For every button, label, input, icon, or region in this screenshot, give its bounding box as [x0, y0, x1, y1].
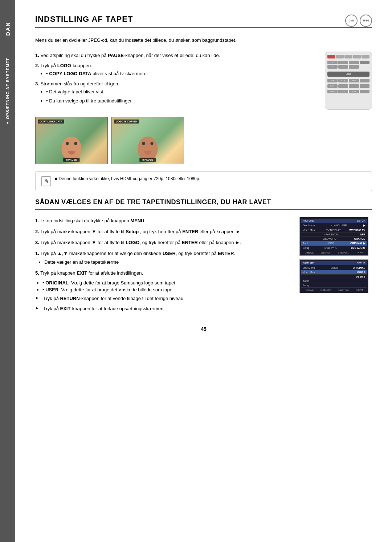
menu-screenshot-1: PICTURE SETUP Disc Menu · LANGUAGE ▶ Vid…	[299, 217, 368, 256]
menu-screenshots: PICTURE SETUP Disc Menu · LANGUAGE ▶ Vid…	[299, 217, 372, 293]
menu2-row-user2: USER 2	[301, 275, 367, 279]
menu1-header-left: PICTURE	[303, 219, 314, 222]
logo-copied-pause: II PAUSE	[139, 158, 156, 162]
menu2-row-logo: Disc Menu · LOGO ORIGINAL	[301, 266, 367, 270]
arrow-step2: Tryk på EXIT-knappen for at forlade opsæ…	[35, 305, 292, 313]
menu1-row-dvdtype: Setup · DVD TYPE DVD AUDIO	[301, 246, 367, 250]
dvd-jpeg-icons: DVD JPEG	[345, 15, 372, 27]
logo-copied-label: LOGO IS COPIED	[114, 120, 139, 124]
step3: 3. Strømmen slås fra og derefter til ige…	[35, 80, 256, 105]
menu2-row-setup: Setup	[301, 283, 367, 288]
remote-and-display: 1 2 3 4 5 6 LOGO SLIM ZOOM INFO	[263, 52, 372, 110]
menu1-row-language: Disc Menu · LANGUAGE ▶	[301, 223, 367, 228]
main-content: DVD JPEG INDSTILLING AF TAPET Mens du se…	[15, 0, 392, 542]
menu2-row-logo1: Video Menu LOGO 1	[301, 270, 367, 275]
side-label-dan: DAN	[5, 22, 11, 36]
note-icon: ✎	[41, 176, 51, 186]
step1: 1. Ved afspilning skal du trykke på PAUS…	[35, 52, 256, 60]
step2-2: 2. Tryk på markørknappen ▼ for at flytte…	[35, 228, 292, 236]
screenshot-row: COPY LOGO DATA II PAUSE LOGO IS COPIED I…	[35, 117, 372, 164]
menu2-header-left: PICTURE	[303, 262, 314, 264]
menu2-row-audio: Audio	[301, 279, 367, 283]
copy-logo-pause: II PAUSE	[63, 158, 79, 162]
menu1-footer: ☉ MOVE ⊡ ENTER ⊙ RETURN □ EXIT	[301, 251, 367, 254]
note-text: ■ Denne funktion virker ikke, hvis HDMI-…	[55, 176, 200, 181]
side-label-ops: ● OPSÆTNING AF SYSTEMET	[5, 58, 10, 125]
page-number: 45	[35, 326, 372, 332]
page-container: DAN ● OPSÆTNING AF SYSTEMET DVD JPEG IND…	[0, 0, 392, 542]
side-tab: DAN ● OPSÆTNING AF SYSTEMET	[0, 0, 15, 542]
step2-4: 1. Tryk på ▲,▼ markørknapperne for at væ…	[35, 250, 292, 266]
section2-title: SÅDAN VÆLGES EN AF DE TRE TAPETINDSTILLI…	[35, 198, 372, 210]
menu2-header: PICTURE SETUP	[301, 261, 367, 265]
step2-5: 5. Tryk på knappen EXIT for at afslutte …	[35, 269, 292, 277]
steps-left: 1. Ved afspilning skal du trykke på PAUS…	[35, 52, 256, 108]
dvd-icon: DVD	[345, 15, 358, 27]
screenshot-logo-copied: LOGO IS COPIED II PAUSE	[111, 117, 184, 164]
menu1-row-tvdisplay: Video Menu · TV DISPLAY WRES169 TV	[301, 228, 367, 232]
menu-screenshot-2: PICTURE SETUP Disc Menu · LOGO ORIGINAL …	[299, 259, 368, 293]
screenshot-copy-logo: COPY LOGO DATA II PAUSE	[35, 117, 108, 164]
copy-logo-label: COPY LOGO DATA	[38, 120, 64, 124]
steps-section: 1. I stop-indstilling skal du trykke på …	[35, 217, 372, 315]
step2-1: 1. I stop-indstilling skal du trykke på …	[35, 217, 292, 225]
steps-text: 1. I stop-indstilling skal du trykke på …	[35, 217, 292, 315]
arrow-step1: Tryk på RETURN-knappen for at vende tilb…	[35, 295, 292, 303]
menu1-row-password: · PASSWORD CHANGE	[301, 237, 367, 241]
jpeg-icon: JPEG	[360, 15, 372, 27]
remote-image: 1 2 3 4 5 6 LOGO SLIM ZOOM INFO	[325, 52, 372, 110]
note-box: ✎ ■ Denne funktion virker ikke, hvis HDM…	[35, 171, 372, 191]
steps-with-image: 1. Ved afspilning skal du trykke på PAUS…	[35, 52, 372, 110]
intro-text: Mens du ser en dvd eller JPEG-cd, kan du…	[35, 37, 372, 44]
menu1-row-parental: · PARENTAL OFF	[301, 232, 367, 237]
menu1-header-right: SETUP	[357, 219, 365, 222]
menu2-footer: ☉ MOVE □ SELECT ⊙ RETURN □ EXIT	[301, 289, 367, 291]
step2-3: 3. Tryk på markørknappen ▼ for at flytte…	[35, 239, 292, 247]
bullets: • ORIGINAL: Vælg dette for at bruge Sams…	[35, 280, 292, 292]
step2: 2. Tryk på LOGO-knappen. • COPY LOGO DAT…	[35, 62, 256, 78]
menu1-row-logo: Audio · LOGO ORIGINAL ▶	[301, 241, 367, 246]
section1-title: INDSTILLING AF TAPET	[35, 15, 372, 28]
menu2-header-right: SETUP	[357, 262, 365, 264]
menu1-header: PICTURE SETUP	[301, 219, 367, 223]
